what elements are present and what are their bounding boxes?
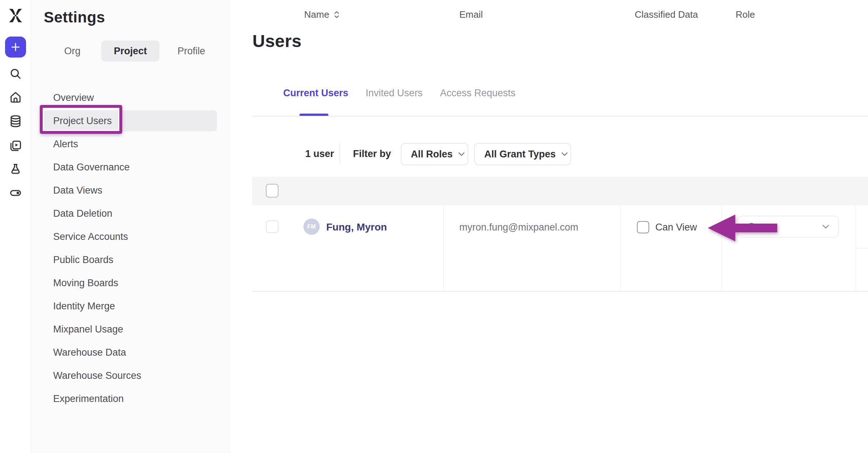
home-icon[interactable]: [9, 91, 22, 104]
user-name-link[interactable]: Fung, Myron: [326, 221, 387, 233]
boards-icon[interactable]: [9, 139, 22, 152]
plus-icon: [5, 37, 26, 58]
chevron-down-icon: [822, 224, 830, 229]
tab-access-requests[interactable]: Access Requests: [440, 88, 516, 99]
sidebar-item-moving-boards[interactable]: Moving Boards: [31, 271, 229, 295]
data-management-icon[interactable]: [9, 115, 22, 128]
sidebar-item-overview[interactable]: Overview: [31, 86, 229, 109]
tab-org[interactable]: Org: [54, 41, 90, 62]
role-dropdown[interactable]: Owner: [737, 216, 839, 238]
all-roles-dropdown[interactable]: All Roles: [401, 143, 468, 165]
sort-icon[interactable]: [334, 11, 339, 18]
tab-profile[interactable]: Profile: [170, 41, 213, 62]
sidebar-item-data-governance[interactable]: Data Governance: [31, 156, 229, 179]
sidebar-item-public-boards[interactable]: Public Boards: [31, 248, 229, 271]
feature-flags-toggle-icon[interactable]: [9, 186, 22, 199]
page-title: Users: [252, 31, 302, 51]
chevron-down-icon: [561, 152, 568, 156]
settings-scope-tabs: Org Project Profile: [31, 41, 229, 62]
partial-column-line: [856, 248, 868, 249]
column-divider: [856, 206, 856, 292]
main-content: Users Current Users Invited Users Access…: [230, 0, 868, 453]
column-header-email: Email: [459, 0, 483, 29]
column-divider: [443, 206, 444, 292]
column-header-role: Role: [736, 0, 755, 29]
sidebar-item-experimentation[interactable]: Experimentation: [31, 387, 229, 410]
mixpanel-logo-icon[interactable]: [7, 7, 24, 24]
sidebar-item-alerts[interactable]: Alerts: [31, 132, 229, 156]
sidebar-item-service-accounts[interactable]: Service Accounts: [31, 225, 229, 248]
column-header-classified-data: Classified Data: [635, 0, 698, 29]
sidebar-item-mixpanel-usage[interactable]: Mixpanel Usage: [31, 318, 229, 341]
user-avatar: FM: [303, 219, 320, 235]
filter-by-label: Filter by: [353, 148, 391, 160]
settings-title: Settings: [44, 9, 105, 26]
sidebar-item-identity-merge[interactable]: Identity Merge: [31, 295, 229, 318]
users-tabs: Current Users Invited Users Access Reque…: [283, 88, 515, 99]
sidebar-item-warehouse-sources[interactable]: Warehouse Sources: [31, 364, 229, 387]
column-divider: [722, 206, 722, 292]
all-grant-types-dropdown[interactable]: All Grant Types: [474, 143, 571, 165]
tab-invited-users[interactable]: Invited Users: [366, 88, 423, 99]
search-icon[interactable]: [9, 67, 22, 80]
user-email: myron.fung@mixpanel.com: [459, 222, 578, 233]
tabs-divider-line: [252, 116, 868, 117]
role-value: Owner: [748, 221, 776, 232]
sidebar-item-data-views[interactable]: Data Views: [31, 179, 229, 202]
classified-data-checkbox[interactable]: [637, 221, 649, 233]
column-divider: [620, 206, 621, 292]
mixpanel-settings-screen: Settings Org Project Profile Overview Pr…: [0, 0, 868, 453]
tab-project[interactable]: Project: [101, 41, 159, 62]
settings-nav-list: Overview Project Users Alerts Data Gover…: [31, 86, 229, 410]
user-count: 1 user: [305, 148, 334, 160]
classified-data-label: Can View: [655, 222, 697, 233]
sidebar-item-project-users[interactable]: Project Users: [31, 109, 229, 132]
settings-sidebar: Settings Org Project Profile Overview Pr…: [31, 0, 229, 453]
app-icon-rail: [0, 0, 31, 453]
select-all-checkbox[interactable]: [266, 184, 278, 198]
sidebar-item-data-deletion[interactable]: Data Deletion: [31, 202, 229, 225]
table-header: [252, 177, 868, 206]
row-select-checkbox[interactable]: [266, 220, 278, 233]
experiments-flask-icon[interactable]: [9, 163, 22, 176]
tab-current-users[interactable]: Current Users: [283, 88, 348, 99]
chevron-down-icon: [458, 152, 465, 156]
column-header-name[interactable]: Name: [304, 0, 339, 29]
sidebar-item-warehouse-data[interactable]: Warehouse Data: [31, 341, 229, 364]
vertical-divider: [340, 144, 340, 163]
create-plus-button[interactable]: [5, 37, 26, 58]
